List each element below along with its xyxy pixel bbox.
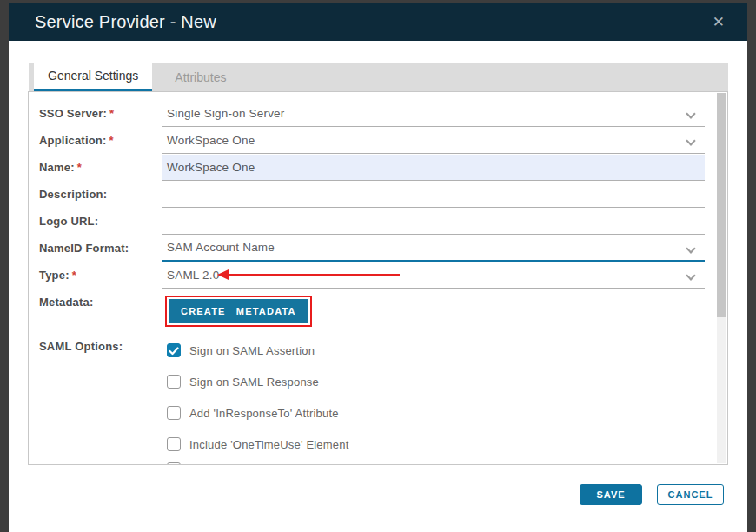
clipped-checkbox[interactable] — [167, 462, 181, 465]
description-input[interactable] — [162, 182, 705, 208]
required-asterisk: * — [109, 134, 114, 147]
chevron-down-icon — [686, 270, 695, 280]
include-onetimeuse-checkbox[interactable] — [167, 437, 181, 451]
checkbox-label: Sign on SAML Assertion — [189, 344, 315, 357]
dialog-title: Service Provider - New — [35, 12, 709, 32]
form-scroll-panel: SSO Server:* Single Sign-on Server Appli… — [28, 91, 728, 465]
tab-bar: General Settings Attributes — [29, 63, 728, 91]
form-row: Metadata: CREATE METADATA — [39, 289, 705, 329]
name-label: Name: — [39, 161, 75, 174]
form-row: SSO Server:* Single Sign-on Server — [39, 100, 705, 127]
required-asterisk: * — [77, 161, 82, 174]
checkbox-row: Add 'InResponseTo' Attribute — [167, 397, 349, 429]
application-select[interactable]: WorkSpace One — [162, 128, 705, 154]
logo-url-label: Logo URL: — [39, 215, 98, 228]
name-input[interactable]: WorkSpace One — [162, 155, 705, 181]
sign-on-saml-assertion-checkbox[interactable] — [167, 343, 181, 357]
saml-options-label: SAML Options: — [39, 340, 123, 353]
cancel-button[interactable]: CANCEL — [657, 484, 724, 505]
form-row: Name:* WorkSpace One — [39, 154, 705, 181]
dialog-footer: SAVE CANCEL — [9, 465, 747, 532]
add-inresponseto-checkbox[interactable] — [167, 406, 181, 420]
chevron-down-icon — [686, 109, 695, 118]
required-asterisk: * — [72, 269, 76, 282]
type-value: SAML 2.0 — [167, 269, 219, 282]
checkbox-row: Sign on SAML Assertion — [167, 335, 349, 366]
create-metadata-button[interactable]: CREATE METADATA — [169, 299, 308, 323]
form-row: Logo URL: — [39, 208, 705, 235]
nameid-format-value: SAM Account Name — [167, 241, 275, 254]
checkbox-label: Sign on SAML Response — [189, 376, 319, 389]
saml-options-group: Sign on SAML Assertion Sign on SAML Resp… — [162, 335, 349, 465]
metadata-label: Metadata: — [39, 296, 93, 309]
tab-attributes[interactable]: Attributes — [152, 63, 249, 91]
type-label: Type: — [39, 269, 70, 282]
checkbox-row: Include 'OneTimeUse' Element — [167, 429, 349, 460]
red-arrow-annotation — [217, 269, 400, 280]
sso-server-value: Single Sign-on Server — [167, 107, 285, 120]
form-row: NameID Format: SAM Account Name — [39, 235, 705, 262]
checkbox-label: Add 'InResponseTo' Attribute — [189, 407, 339, 420]
checkbox-row: Sign on SAML Response — [167, 366, 349, 397]
nameid-format-label: NameID Format: — [39, 242, 129, 255]
sign-on-saml-response-checkbox[interactable] — [167, 375, 181, 389]
sso-server-select[interactable]: Single Sign-on Server — [162, 101, 705, 127]
form-row: Type:* SAML 2.0 — [39, 262, 705, 289]
form-row: Application:* WorkSpace One — [39, 127, 705, 154]
checkbox-label: Include 'OneTimeUse' Element — [189, 438, 349, 451]
vertical-scrollbar[interactable] — [717, 93, 726, 463]
service-provider-dialog: Service Provider - New ✕ General Setting… — [9, 3, 747, 532]
sso-server-label: SSO Server: — [39, 107, 107, 120]
dialog-header: Service Provider - New ✕ — [9, 3, 747, 41]
save-button[interactable]: SAVE — [580, 484, 642, 505]
scrollbar-thumb[interactable] — [717, 93, 726, 317]
description-label: Description: — [39, 188, 107, 201]
nameid-format-select[interactable]: SAM Account Name — [162, 236, 705, 262]
application-label: Application: — [39, 134, 107, 147]
application-value: WorkSpace One — [167, 134, 255, 147]
name-value: WorkSpace One — [167, 161, 255, 174]
logo-url-input[interactable] — [162, 209, 705, 235]
required-asterisk: * — [109, 107, 114, 120]
tab-general-settings[interactable]: General Settings — [34, 63, 152, 91]
form-row: Description: — [39, 181, 705, 208]
red-box-annotation: CREATE METADATA — [165, 296, 312, 327]
chevron-down-icon — [686, 136, 695, 145]
general-settings-form: SSO Server:* Single Sign-on Server Appli… — [29, 92, 727, 465]
type-select[interactable]: SAML 2.0 — [162, 263, 705, 289]
chevron-down-icon — [686, 243, 695, 253]
form-row: SAML Options: Sign on SAML Assertion Sig… — [39, 329, 705, 465]
close-icon[interactable]: ✕ — [709, 13, 728, 31]
